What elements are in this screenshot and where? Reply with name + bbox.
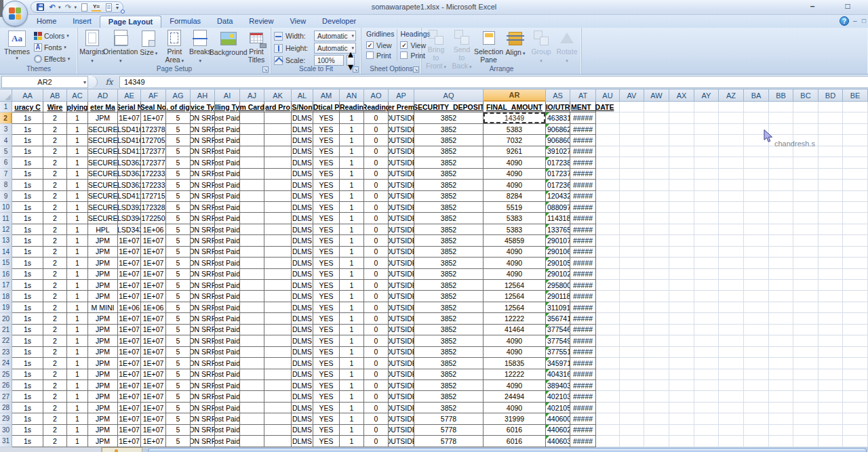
cell-AM18[interactable]: YES (313, 291, 340, 302)
cell-BA26[interactable] (744, 380, 769, 391)
cell-AC21[interactable]: 1 (67, 325, 88, 335)
cell-AT14[interactable]: ##### (570, 247, 596, 258)
cell-AE10[interactable]: ILSD392 (118, 202, 141, 213)
cell-AJ12[interactable] (240, 224, 264, 235)
cell-BD2[interactable] (818, 112, 843, 123)
cell-BB8[interactable] (769, 180, 793, 190)
cell-AK23[interactable] (264, 347, 292, 358)
cell-AF21[interactable]: 1E+07 (141, 325, 166, 335)
cell-AB28[interactable]: 2 (43, 403, 67, 413)
cell-AN20[interactable]: 1 (340, 313, 364, 324)
cell-AO24[interactable]: 0 (364, 358, 389, 369)
cell-AZ1[interactable] (719, 102, 744, 112)
cell-AU25[interactable] (596, 369, 620, 380)
cell-AV14[interactable] (620, 247, 644, 258)
cell-AQ6[interactable]: 3852 (414, 157, 484, 168)
cell-AJ14[interactable] (240, 247, 264, 258)
cell-AL24[interactable]: DLMS (292, 358, 313, 369)
cell-AT2[interactable]: ##### (570, 112, 596, 123)
cell-AM7[interactable]: YES (313, 169, 340, 180)
cell-AQ18[interactable]: 3852 (414, 291, 484, 302)
cell-AW19[interactable] (644, 302, 669, 313)
cell-BC6[interactable] (793, 157, 818, 168)
cell-AW17[interactable] (644, 280, 669, 291)
cell-AB13[interactable]: 2 (43, 235, 67, 246)
cell-BC23[interactable] (793, 347, 818, 358)
sheet-options-dialog-launcher-icon[interactable]: ↘ (413, 66, 419, 73)
cell-AF27[interactable]: 1E+07 (141, 391, 166, 402)
cell-AL16[interactable]: DLMS (292, 269, 313, 280)
cell-AB9[interactable]: 2 (43, 191, 67, 202)
cell-BA17[interactable] (744, 280, 769, 291)
orientation-button[interactable]: Orientation ▾ (105, 29, 136, 64)
cell-AP14[interactable]: OUTSIDE (389, 247, 414, 258)
cell-BB6[interactable] (769, 157, 793, 168)
cell-AX7[interactable] (669, 169, 694, 180)
gridlines-view-checkbox[interactable]: ✓ (366, 41, 374, 49)
cell-BC11[interactable] (793, 213, 818, 224)
cell-AD18[interactable]: JPM (88, 291, 118, 302)
cell-AN1[interactable]: Readin (340, 102, 364, 112)
cell-AH15[interactable]: ON SRP (191, 258, 215, 268)
redo-icon[interactable]: ↷ (64, 3, 73, 12)
help-button[interactable]: ? (840, 16, 849, 26)
cell-AK29[interactable] (264, 413, 292, 424)
cell-BD18[interactable] (818, 291, 843, 302)
cell-AZ12[interactable] (719, 224, 744, 235)
cell-AV17[interactable] (620, 280, 644, 291)
cell-AL28[interactable]: DLMS (292, 403, 313, 413)
cell-AJ10[interactable] (240, 202, 264, 213)
cell-AP6[interactable]: OUTSIDE (389, 157, 414, 168)
cell-AE7[interactable]: ILSD362 (118, 169, 141, 180)
cell-AN18[interactable]: 1 (340, 291, 364, 302)
cell-AU11[interactable] (596, 213, 620, 224)
cell-AC27[interactable]: 1 (67, 391, 88, 402)
cell-BC30[interactable] (793, 425, 818, 436)
cell-AK21[interactable] (264, 325, 292, 335)
tab-review[interactable]: Review (241, 16, 281, 28)
cell-AU6[interactable] (596, 157, 620, 168)
column-header-ax[interactable]: AX (669, 89, 694, 102)
cell-AZ14[interactable] (719, 247, 744, 258)
cell-BD22[interactable] (818, 335, 843, 346)
cell-AJ26[interactable] (240, 380, 264, 391)
cell-AI14[interactable]: ost Paid (215, 247, 240, 258)
cell-AT11[interactable]: ##### (570, 213, 596, 224)
cell-AD21[interactable]: JPM (88, 325, 118, 335)
cell-AI7[interactable]: ost Paid (215, 169, 240, 180)
cell-AG14[interactable]: 5 (166, 247, 191, 258)
gridlines-print-checkbox[interactable] (366, 52, 374, 59)
cell-AK4[interactable] (264, 135, 292, 146)
cell-AX29[interactable] (669, 413, 694, 424)
cell-AF9[interactable]: 172715 (141, 191, 166, 202)
column-header-al[interactable]: AL (292, 89, 313, 102)
cell-AR15[interactable]: 4090 (484, 258, 546, 268)
cell-AJ1[interactable]: m Card (240, 102, 264, 112)
cell-AZ8[interactable] (719, 180, 744, 190)
cell-AJ24[interactable] (240, 358, 264, 369)
cell-AL20[interactable]: DLMS (292, 313, 313, 324)
cell-BD17[interactable] (818, 280, 843, 291)
cell-AK27[interactable] (264, 391, 292, 402)
cell-AO20[interactable]: 0 (364, 313, 389, 324)
cell-AU23[interactable] (596, 347, 620, 358)
cell-AD29[interactable]: JPM (88, 413, 118, 424)
cell-AI12[interactable]: ost Paid (215, 224, 240, 235)
cell-AP24[interactable]: OUTSIDE (389, 358, 414, 369)
column-header-au[interactable]: AU (596, 89, 620, 102)
cell-AE19[interactable]: 1E+06 (118, 302, 141, 313)
cell-BB16[interactable] (769, 269, 793, 280)
cell-AW27[interactable] (644, 391, 669, 402)
cell-AU9[interactable] (596, 191, 620, 202)
cell-BD30[interactable] (818, 425, 843, 436)
tab-insert[interactable]: Insert (64, 16, 100, 28)
cell-BA18[interactable] (744, 291, 769, 302)
cell-AG30[interactable]: 5 (166, 425, 191, 436)
cell-AT30[interactable]: ##### (570, 425, 596, 436)
cell-AU16[interactable] (596, 269, 620, 280)
cell-BA14[interactable] (744, 247, 769, 258)
cell-BD24[interactable] (818, 358, 843, 369)
cell-AD11[interactable]: SECURE (88, 213, 118, 224)
cell-AX31[interactable] (669, 436, 694, 447)
cell-AI29[interactable]: ost Paid (215, 413, 240, 424)
